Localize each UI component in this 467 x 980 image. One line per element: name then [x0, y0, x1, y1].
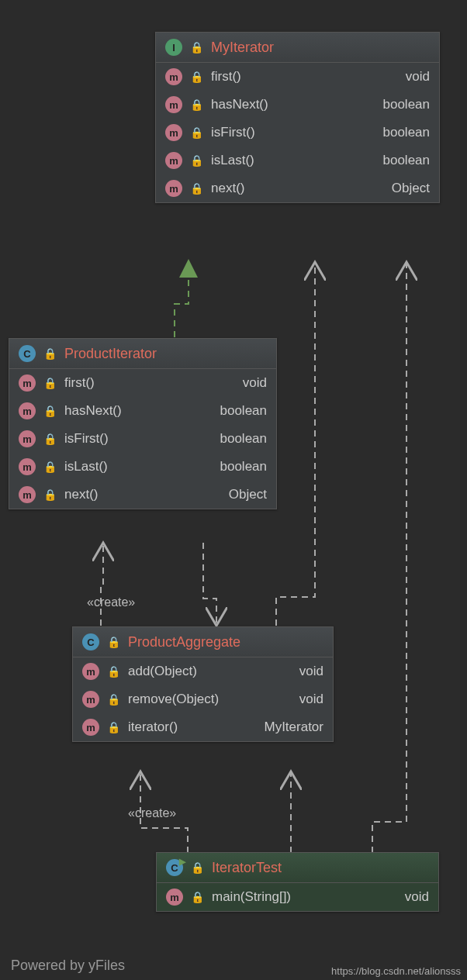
watermark-url: https://blog.csdn.net/alionsss	[331, 965, 461, 977]
class-icon: C	[19, 345, 36, 362]
method-icon: m	[82, 663, 99, 680]
class-title: IteratorTest	[212, 860, 282, 876]
create-label-2: «create»	[128, 806, 176, 820]
lock-icon: 🔒	[190, 41, 203, 53]
lock-icon: 🔒	[190, 71, 203, 83]
method-icon: m	[19, 402, 36, 419]
interface-icon: I	[165, 39, 182, 56]
lock-icon: 🔒	[191, 861, 204, 874]
method-icon: m	[19, 374, 36, 392]
method-icon: m	[165, 180, 182, 197]
method-icon: m	[166, 889, 183, 906]
lock-icon: 🔒	[43, 433, 57, 445]
lock-icon: 🔒	[107, 636, 120, 648]
lock-icon: 🔒	[191, 891, 204, 903]
lock-icon: 🔒	[107, 665, 120, 678]
lock-icon: 🔒	[190, 126, 203, 139]
method-icon: m	[165, 124, 182, 141]
method-icon: m	[82, 719, 99, 736]
class-iteratortest: C▶ 🔒 IteratorTest m🔒main(String[])void	[156, 852, 439, 912]
class-myiterator: I 🔒 MyIterator m🔒first()void m🔒hasNext()…	[155, 32, 440, 203]
member-list: m🔒first()void m🔒hasNext()boolean m🔒isFir…	[9, 369, 276, 509]
class-productaggregate: C 🔒 ProductAggregate m🔒add(Object)void m…	[72, 626, 334, 742]
lock-icon: 🔒	[190, 98, 203, 111]
lock-icon: 🔒	[43, 405, 57, 417]
lock-icon: 🔒	[190, 154, 203, 167]
method-icon: m	[19, 486, 36, 503]
create-label-1: «create»	[87, 595, 135, 609]
method-icon: m	[19, 458, 36, 475]
method-icon: m	[165, 152, 182, 169]
class-icon: C	[82, 633, 99, 650]
member-list: m🔒main(String[])void	[157, 883, 438, 911]
member-list: m🔒first()void m🔒hasNext()boolean m🔒isFir…	[156, 63, 439, 202]
method-icon: m	[165, 68, 182, 85]
class-title: MyIterator	[211, 40, 274, 56]
lock-icon: 🔒	[107, 721, 120, 733]
method-icon: m	[165, 96, 182, 113]
member-list: m🔒add(Object)void m🔒remove(Object)void m…	[73, 657, 333, 741]
lock-icon: 🔒	[43, 461, 57, 473]
class-runnable-icon: C▶	[166, 859, 183, 876]
method-icon: m	[19, 430, 36, 447]
lock-icon: 🔒	[43, 347, 57, 360]
class-productiterator: C 🔒 ProductIterator m🔒first()void m🔒hasN…	[9, 338, 277, 509]
class-title: ProductIterator	[64, 346, 157, 362]
lock-icon: 🔒	[43, 377, 57, 389]
method-icon: m	[82, 691, 99, 708]
class-title: ProductAggregate	[128, 634, 240, 650]
powered-by-label: Powered by yFiles	[11, 958, 125, 974]
lock-icon: 🔒	[190, 182, 203, 195]
lock-icon: 🔒	[43, 488, 57, 501]
lock-icon: 🔒	[107, 693, 120, 706]
